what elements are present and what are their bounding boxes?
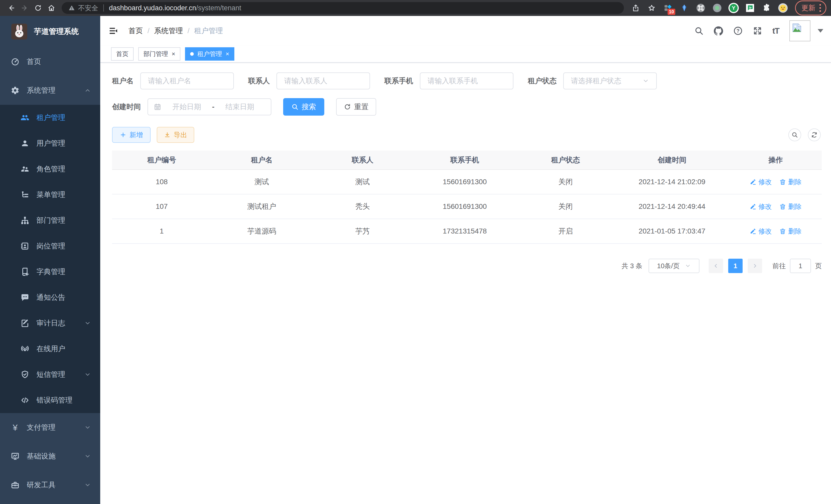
sidebar-item-dict[interactable]: 字典管理 — [0, 259, 100, 285]
browser-reload-icon[interactable] — [31, 1, 45, 14]
tag-tenant[interactable]: 租户管理 × — [185, 47, 234, 61]
tags-view: 首页 部门管理 × 租户管理 × — [100, 46, 831, 63]
sidebar-item-user[interactable]: 用户管理 — [0, 130, 100, 156]
delete-button[interactable]: 删除 — [779, 178, 801, 186]
sidebar-item-home[interactable]: 首页 — [0, 47, 100, 76]
export-button[interactable]: 导出 — [157, 127, 194, 143]
bookmark-star-icon[interactable] — [645, 1, 658, 14]
col-tenant-id: 租户编号 — [112, 151, 211, 170]
close-icon[interactable]: × — [172, 51, 175, 57]
pagination-total: 共 3 条 — [622, 262, 642, 270]
browser-menu-icon[interactable] — [820, 4, 821, 12]
add-button[interactable]: 新增 — [112, 127, 150, 143]
goto-page-input[interactable] — [790, 259, 811, 273]
date-range-picker[interactable]: 开始日期 - 结束日期 — [147, 98, 271, 115]
fullscreen-icon[interactable] — [753, 26, 762, 35]
extension-y-icon[interactable]: Y — [727, 1, 741, 15]
url-path: /system/tenant — [196, 4, 241, 12]
cell-status: 开启 — [516, 219, 614, 243]
export-button-label: 导出 — [174, 130, 187, 140]
sidebar-item-label: 在线用户 — [36, 344, 65, 354]
extension-puzzle-icon[interactable] — [760, 1, 773, 15]
sidebar-item-system[interactable]: 系统管理 — [0, 76, 100, 105]
reset-button[interactable]: 重置 — [336, 98, 376, 116]
sidebar-item-notice[interactable]: 通知公告 — [0, 285, 100, 310]
sidebar-item-audit-log[interactable]: 审计日志 — [0, 310, 100, 336]
edit-label: 修改 — [758, 202, 772, 211]
text-size-icon[interactable]: tT — [772, 26, 779, 36]
col-created: 创建时间 — [614, 151, 729, 170]
sidebar-item-post[interactable]: 岗位管理 — [0, 233, 100, 259]
edit-button[interactable]: 修改 — [749, 202, 772, 211]
browser-home-icon[interactable] — [45, 1, 58, 14]
tenant-name-label: 租户名 — [112, 76, 134, 86]
contact-input[interactable] — [277, 72, 370, 89]
cell-mobile: 15601691300 — [413, 194, 516, 219]
sidebar-item-dev-tools[interactable]: 研发工具 — [0, 471, 100, 499]
tag-dept[interactable]: 部门管理 × — [138, 47, 180, 61]
cell-mobile: 17321315478 — [413, 219, 516, 243]
sidebar-item-label: 基础设施 — [27, 451, 56, 461]
breadcrumb-separator: / — [147, 27, 149, 35]
sidebar-item-dept[interactable]: 部门管理 — [0, 208, 100, 233]
extension-command-icon[interactable] — [694, 1, 708, 15]
refresh-table-icon[interactable] — [808, 128, 821, 141]
delete-button[interactable]: 删除 — [779, 202, 801, 211]
status-select[interactable]: 请选择租户状态 — [563, 72, 657, 89]
share-icon[interactable] — [629, 1, 642, 14]
sidebar-item-payment[interactable]: ¥ 支付管理 — [0, 413, 100, 442]
extension-emoji-icon[interactable] — [776, 1, 790, 15]
extension-recorder-icon[interactable] — [710, 1, 724, 15]
sidebar-item-tenant[interactable]: 租户管理 — [0, 105, 100, 130]
sidebar-item-label: 研发工具 — [27, 480, 56, 490]
sidebar-item-infra[interactable]: 基础设施 — [0, 442, 100, 471]
sidebar-item-sms[interactable]: 短信管理 — [0, 362, 100, 387]
search-button[interactable]: 搜索 — [283, 98, 324, 116]
show-search-toggle-icon[interactable] — [789, 128, 801, 141]
search-button-label: 搜索 — [302, 102, 316, 112]
github-icon[interactable] — [714, 26, 723, 35]
avatar-dropdown-caret[interactable] — [818, 29, 823, 33]
breadcrumb-system[interactable]: 系统管理 — [154, 26, 183, 36]
sidebar-item-menu[interactable]: 菜单管理 — [0, 182, 100, 208]
browser-update-button[interactable]: 更新 — [795, 1, 826, 16]
sidebar-item-error-code[interactable]: 错误码管理 — [0, 387, 100, 413]
monitor-icon — [11, 452, 20, 461]
date-separator: - — [212, 103, 214, 111]
extension-tabs-icon[interactable]: 10 — [661, 1, 675, 15]
sidebar-item-label: 审计日志 — [36, 318, 65, 328]
extension-gem-icon[interactable] — [677, 1, 691, 15]
tenant-name-input[interactable] — [140, 72, 234, 89]
edit-button[interactable]: 修改 — [749, 227, 772, 236]
next-page-button[interactable] — [748, 259, 762, 273]
browser-back-icon[interactable] — [5, 1, 18, 14]
cell-tenant-name: 测试 — [211, 170, 312, 194]
badge-icon — [21, 242, 29, 250]
app-logo[interactable]: 芋道管理系统 — [0, 16, 100, 47]
audit-log-icon — [21, 319, 29, 328]
help-icon[interactable]: ? — [733, 26, 743, 35]
page-number-1[interactable]: 1 — [728, 259, 743, 273]
trash-icon — [779, 179, 786, 185]
page-size-select[interactable]: 10条/页 — [649, 259, 699, 273]
extension-badge: 10 — [667, 9, 675, 15]
sidebar-toggle-icon[interactable] — [107, 24, 120, 37]
extension-chat-icon[interactable] — [743, 1, 757, 15]
address-bar[interactable]: 不安全 dashboard.yudao.iocoder.cn/system/te… — [62, 2, 624, 14]
breadcrumb-home[interactable]: 首页 — [128, 26, 143, 36]
delete-button[interactable]: 删除 — [779, 227, 801, 236]
cell-contact: 芋艿 — [312, 219, 413, 243]
prev-page-button[interactable] — [709, 259, 723, 273]
browser-forward-icon[interactable] — [18, 1, 31, 14]
mobile-input[interactable] — [420, 72, 513, 89]
sidebar-item-role[interactable]: 角色管理 — [0, 156, 100, 182]
sidebar-item-label: 通知公告 — [36, 293, 65, 302]
close-icon[interactable]: × — [226, 51, 229, 57]
sidebar-item-online-users[interactable]: 在线用户 — [0, 336, 100, 362]
site-security[interactable]: 不安全 — [68, 4, 98, 12]
header-search-icon[interactable] — [694, 26, 704, 35]
edit-button[interactable]: 修改 — [749, 178, 772, 186]
tag-home[interactable]: 首页 — [111, 47, 134, 61]
avatar[interactable] — [790, 20, 810, 41]
chevron-up-icon — [84, 87, 91, 94]
